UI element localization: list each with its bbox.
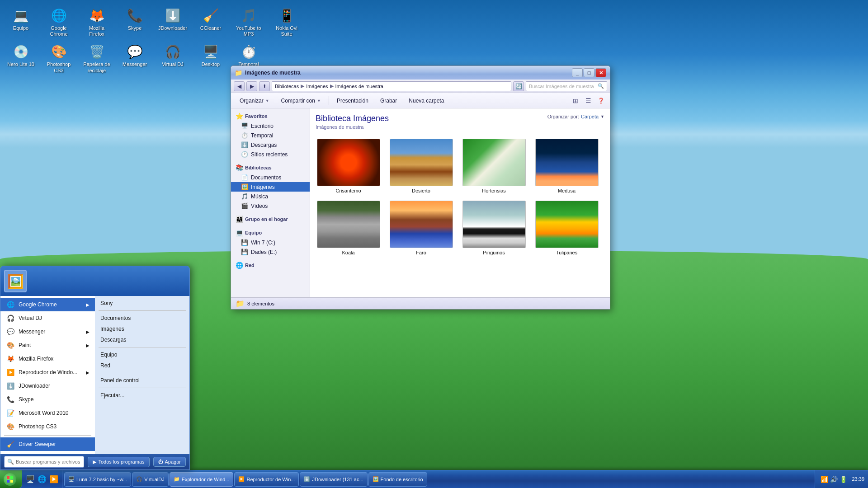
desktop-icon-virtualdj[interactable]: 🎧 Virtual DJ [156, 41, 189, 75]
quick-ie[interactable]: 🌐 [37, 474, 47, 485]
thumb-pinguinos[interactable]: Pingüinos [461, 201, 527, 255]
help-button[interactable]: ❓ [595, 95, 606, 106]
start-item-reproductor[interactable]: ▶️ Reproductor de Windo... ▶ [0, 366, 95, 379]
view-extra-button[interactable]: ⊞ [570, 95, 581, 106]
quick-show-desktop[interactable]: 🖥️ [25, 474, 36, 485]
start-item-photoshop[interactable]: 🎨 Photoshop CS3 [0, 420, 95, 433]
taskbar-item-fondo[interactable]: 🖼️ Fondo de escritorio [368, 472, 427, 487]
tray-network-icon[interactable]: 📶 [821, 476, 828, 483]
nav-item-musica[interactable]: 🎵 Música [231, 192, 310, 201]
organize-button[interactable]: Organizar ▼ [235, 95, 274, 107]
taskbar-clock: 23:39 [852, 476, 864, 482]
up-button[interactable]: ⬆ [259, 81, 270, 91]
taskbar-item-explorador[interactable]: 📁 Explorador de Wind... [170, 472, 234, 487]
nav-item-escritorio[interactable]: 🖥️ Escritorio [231, 121, 310, 131]
thumb-desierto[interactable]: Desierto [388, 139, 454, 193]
search-box[interactable]: 🔍 [4, 456, 84, 468]
desktop-icon-papelera[interactable]: 🗑️ Papelera de reciclaje [80, 41, 113, 75]
nav-item-documentos[interactable]: 📄 Documentos [231, 173, 310, 182]
back-button[interactable]: ◀ [234, 81, 245, 91]
all-programs-button[interactable]: ▶ Todos los programas [88, 457, 149, 467]
taskbar-item-vdj[interactable]: 🎧 VirtualDJ [132, 472, 168, 487]
taskbar-item-reproductor[interactable]: ▶️ Reproductor de Win... [234, 472, 299, 487]
address-path[interactable]: Bibliotecas ▶ Imágenes ▶ Imágenes de mue… [272, 81, 511, 91]
nav-item-sitios-recientes[interactable]: 🕐 Sitios recientes [231, 150, 310, 159]
desktop-icon-messenger[interactable]: 💬 Messenger [118, 41, 151, 75]
network-header[interactable]: 🌐 Red [231, 260, 310, 270]
forward-button[interactable]: ▶ [246, 81, 257, 91]
desktop-icons-area: 💻 Equipo 🌐 Google Chrome 🦊 Mozilla Firef… [5, 5, 307, 75]
start-item-word[interactable]: 📝 Microsoft Word 2010 [0, 406, 95, 420]
thumb-crisantemo[interactable]: Crisantemo [316, 139, 381, 193]
tray-volume-icon[interactable]: 🔊 [830, 476, 838, 483]
start-right-red[interactable]: Red [95, 360, 189, 371]
new-folder-button[interactable]: Nueva carpeta [404, 95, 449, 107]
svg-rect-0 [7, 476, 9, 479]
thumb-koala[interactable]: Koala [316, 201, 381, 255]
share-button[interactable]: Compartir con ▼ [276, 95, 326, 107]
view-list-button[interactable]: ☰ [583, 95, 594, 106]
libraries-header[interactable]: 📚 Bibliotecas [231, 163, 310, 173]
thumb-hortensias[interactable]: Hortensias [461, 139, 527, 193]
desktop-icon-ccleaner[interactable]: 🧹 CCleaner [194, 5, 227, 39]
start-item-paint[interactable]: 🎨 Paint ▶ [0, 338, 95, 352]
start-item-skype[interactable]: 📞 Skype [0, 393, 95, 406]
start-item-virtualdj[interactable]: 🎧 Virtual DJ [0, 311, 95, 325]
start-vdj-icon: 🎧 [6, 314, 15, 323]
minimize-button[interactable]: _ [572, 68, 583, 77]
start-reproductor-label: Reproductor de Windo... [19, 369, 77, 375]
start-right-panel-control[interactable]: Panel de control [95, 375, 189, 386]
start-right-ejecutar[interactable]: Ejecutar... [95, 390, 189, 401]
desktop-icon-desktop[interactable]: 🖥️ Desktop [194, 41, 227, 75]
thumb-tulipanes[interactable]: Tulipanes [534, 201, 599, 255]
taskbar-item-luna[interactable]: 🖥️ Luna 7.2 basic by ~w... [64, 472, 131, 487]
search-field[interactable]: Buscar Imágenes de muestra 🔍 [526, 81, 607, 91]
path-images[interactable]: Imágenes [306, 84, 328, 89]
burn-button[interactable]: Grabar [375, 95, 402, 107]
path-libraries[interactable]: Bibliotecas [275, 84, 299, 89]
nav-item-win7c[interactable]: 💾 Win 7 (C:) [231, 238, 310, 247]
start-right-imagenes[interactable]: Imágenes [95, 324, 189, 334]
refresh-button[interactable]: 🔄 [513, 81, 524, 91]
desktop-icon-firefox[interactable]: 🦊 Mozilla Firefox [80, 5, 113, 39]
papelera-label: Papelera de reciclaje [82, 61, 111, 73]
desktop-icon-skype[interactable]: 📞 Skype [118, 5, 151, 39]
tray-battery-icon[interactable]: 🔋 [840, 476, 847, 483]
start-item-chrome[interactable]: 🌐 Google Chrome ▶ [0, 298, 95, 311]
search-start-input[interactable] [16, 459, 81, 465]
start-item-firefox[interactable]: 🦊 Mozilla Firefox [0, 352, 95, 366]
nav-item-imagenes[interactable]: 🖼️ Imágenes [231, 182, 310, 192]
desktop-icon-jdownloader[interactable]: ⬇️ JDownloader [156, 5, 189, 39]
close-button[interactable]: ✕ [595, 68, 606, 77]
start-right-sony[interactable]: Sony [95, 298, 189, 309]
power-button[interactable]: ⏻ Apagar [153, 457, 186, 467]
start-item-jdownloader[interactable]: ⬇️ JDownloader [0, 379, 95, 393]
start-right-equipo[interactable]: Equipo [95, 349, 189, 360]
thumb-medusa[interactable]: Medusa [534, 139, 599, 193]
start-right-descargas[interactable]: Descargas [95, 334, 189, 345]
start-item-driver-sweeper[interactable]: 🧹 Driver Sweeper [0, 437, 95, 451]
nav-item-dadese[interactable]: 💾 Dades (E:) [231, 247, 310, 257]
start-right-documentos[interactable]: Documentos [95, 313, 189, 324]
computer-header[interactable]: 💻 Equipo [231, 228, 310, 238]
nav-item-videos[interactable]: 🎬 Vídeos [231, 201, 310, 211]
organize-by-value[interactable]: Carpeta [581, 114, 599, 119]
thumb-faro[interactable]: Faro [388, 201, 454, 255]
maximize-button[interactable]: □ [584, 68, 594, 77]
desktop-icon-ytmp3[interactable]: 🎵 YouTube to MP3 [232, 5, 265, 39]
taskbar-item-jdl[interactable]: ⬇️ JDownloader (131 ac... [300, 472, 367, 487]
path-sample[interactable]: Imágenes de muestra [335, 84, 383, 89]
home-group-header[interactable]: 👨‍👩‍👧 Grupo en el hogar [231, 214, 310, 224]
presentation-button[interactable]: Presentación [332, 95, 373, 107]
start-item-messenger[interactable]: 💬 Messenger ▶ [0, 325, 95, 338]
start-button[interactable] [0, 470, 22, 488]
nav-item-descargas[interactable]: ⬇️ Descargas [231, 140, 310, 150]
desktop-icon-chrome[interactable]: 🌐 Google Chrome [42, 5, 75, 39]
desktop-icon-nokia[interactable]: 📱 Nokia Ovi Suite [270, 5, 303, 39]
desktop-icon-equipo[interactable]: 💻 Equipo [5, 5, 37, 39]
favorites-header[interactable]: ⭐ Favoritos [231, 111, 310, 121]
desktop-icon-nero[interactable]: 💿 Nero Lite 10 [5, 41, 37, 75]
quick-media[interactable]: ▶️ [48, 474, 59, 485]
nav-item-temporal[interactable]: ⏱️ Temporal [231, 131, 310, 140]
desktop-icon-photoshop[interactable]: 🎨 Photoshop CS3 [42, 41, 75, 75]
